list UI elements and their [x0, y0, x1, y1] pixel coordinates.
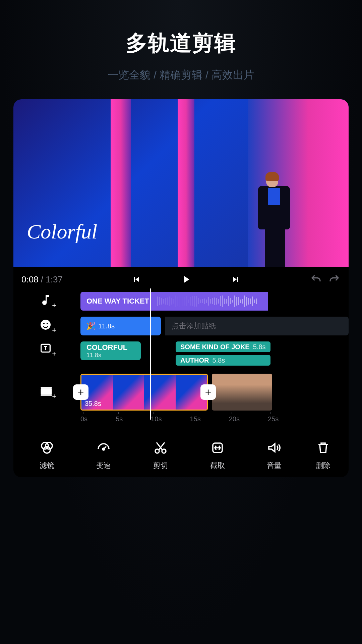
delete-tool[interactable]: 删除 — [304, 440, 342, 471]
text-clip-main[interactable]: COLORFUL 11.8s — [80, 341, 141, 360]
play-button[interactable] — [180, 273, 192, 286]
waveform-icon — [158, 292, 268, 311]
add-video-icon[interactable]: + — [39, 384, 55, 400]
add-sticker-hint[interactable]: 点击添加贴纸 — [165, 317, 349, 335]
total-time: 1:37 — [46, 274, 63, 284]
current-time: 0:08 — [21, 274, 39, 284]
time-ruler: 0s 5s 10s 15s 20s 25s — [13, 415, 349, 423]
add-clip-before-button[interactable]: + — [73, 384, 88, 400]
editor-panel: Colorful 0:08 / 1:37 — [13, 99, 349, 477]
page-title: 多轨道剪辑 — [0, 29, 362, 58]
svg-rect-6 — [41, 394, 52, 396]
text-clip-joke[interactable]: SOME KIND OF JOKE 5.8s — [176, 341, 270, 352]
video-clip-2[interactable] — [212, 374, 272, 411]
svg-point-0 — [41, 320, 51, 330]
header: 多轨道剪辑 一览全貌 / 精确剪辑 / 高效出片 — [0, 0, 362, 83]
text-clip-author[interactable]: AUTHOR 5.8s — [176, 355, 270, 366]
svg-rect-4 — [41, 388, 52, 394]
undo-button[interactable] — [310, 273, 322, 286]
page-subtitle: 一览全貌 / 精确剪辑 / 高效出片 — [0, 68, 362, 83]
add-text-icon[interactable]: + — [39, 341, 55, 358]
add-music-icon[interactable]: + — [39, 293, 55, 309]
bottom-toolbar: 滤镜 变速 剪切 截取 音量 删除 — [13, 430, 349, 477]
sticker-track: + 🎉 11.8s 点击添加贴纸 — [13, 317, 349, 335]
cut-tool[interactable]: 剪切 — [134, 440, 187, 471]
svg-point-8 — [46, 442, 52, 449]
next-button[interactable] — [229, 273, 242, 286]
transport-bar: 0:08 / 1:37 — [13, 267, 349, 292]
svg-point-12 — [162, 449, 166, 453]
music-track: + ONE WAY TICKET — [13, 292, 349, 311]
time-display: 0:08 / 1:37 — [21, 274, 63, 285]
redo-button[interactable] — [328, 273, 341, 286]
add-sticker-icon[interactable]: + — [39, 318, 55, 334]
party-icon: 🎉 — [86, 322, 96, 330]
add-clip-after-button[interactable]: + — [200, 384, 216, 400]
video-track: + + 35.8s + — [13, 374, 349, 411]
svg-point-9 — [44, 446, 50, 453]
preview-caption: Colorful — [27, 220, 97, 244]
timeline: + ONE WAY TICKET + 🎉 11.8s 点击添加贴纸 + — [13, 292, 349, 430]
svg-rect-5 — [41, 387, 52, 388]
svg-point-1 — [43, 323, 45, 324]
music-clip[interactable]: ONE WAY TICKET — [80, 292, 268, 311]
video-preview[interactable]: Colorful — [13, 99, 349, 267]
filter-tool[interactable]: 滤镜 — [20, 440, 74, 471]
playhead[interactable] — [150, 288, 151, 420]
svg-point-2 — [47, 323, 48, 324]
crop-tool[interactable]: 截取 — [191, 440, 244, 471]
sticker-clip[interactable]: 🎉 11.8s — [80, 317, 161, 335]
speed-tool[interactable]: 变速 — [77, 440, 131, 471]
volume-tool[interactable]: 音量 — [248, 440, 301, 471]
svg-point-10 — [103, 448, 105, 450]
video-clip-1[interactable]: 35.8s — [80, 374, 208, 411]
text-track: + COLORFUL 11.8s SOME KIND OF JOKE 5.8s … — [13, 341, 349, 366]
prev-button[interactable] — [130, 273, 143, 286]
svg-point-11 — [155, 449, 159, 453]
